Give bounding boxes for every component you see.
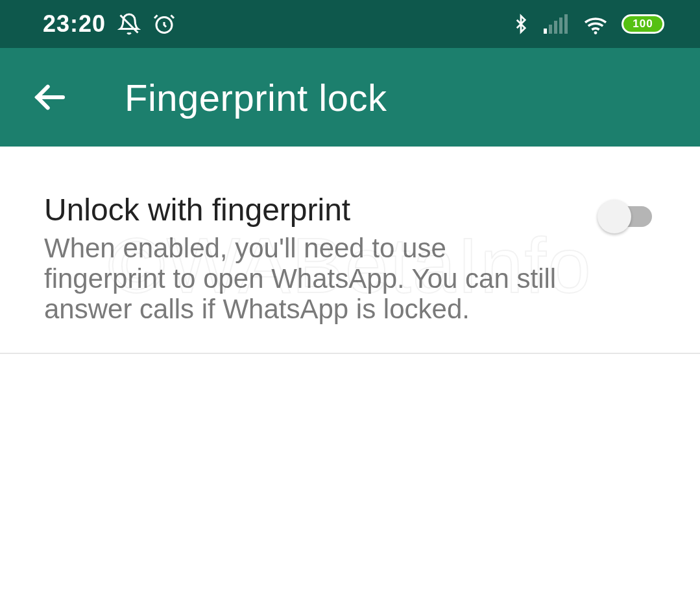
fingerprint-toggle[interactable] xyxy=(597,198,656,235)
battery-level: 100 xyxy=(622,14,664,34)
setting-title: Unlock with fingerprint xyxy=(44,192,563,228)
status-clock: 23:20 xyxy=(43,10,106,38)
notifications-muted-icon xyxy=(117,12,141,36)
wifi-icon xyxy=(583,14,609,34)
battery-indicator: 100 xyxy=(622,14,664,34)
setting-description: When enabled, you'll need to use fingerp… xyxy=(44,233,563,324)
arrow-left-icon xyxy=(31,79,67,115)
svg-rect-4 xyxy=(554,21,557,34)
switch-thumb xyxy=(597,200,631,233)
alarm-clock-icon xyxy=(152,12,176,36)
back-button[interactable] xyxy=(26,74,73,121)
svg-rect-6 xyxy=(564,14,568,34)
svg-point-7 xyxy=(594,31,597,34)
svg-rect-5 xyxy=(559,18,562,34)
bluetooth-icon xyxy=(511,13,531,35)
svg-rect-2 xyxy=(544,29,547,34)
svg-rect-3 xyxy=(549,25,552,34)
page-title: Fingerprint lock xyxy=(125,76,387,119)
setting-text: Unlock with fingerprint When enabled, yo… xyxy=(44,192,563,324)
content-area: Unlock with fingerprint When enabled, yo… xyxy=(0,147,700,354)
status-bar: 23:20 xyxy=(0,0,700,48)
cellular-signal-icon xyxy=(544,14,570,34)
app-bar: Fingerprint lock xyxy=(0,48,700,147)
status-right: 100 xyxy=(511,13,664,35)
status-left: 23:20 xyxy=(43,10,176,38)
setting-unlock-fingerprint[interactable]: Unlock with fingerprint When enabled, yo… xyxy=(0,192,700,354)
